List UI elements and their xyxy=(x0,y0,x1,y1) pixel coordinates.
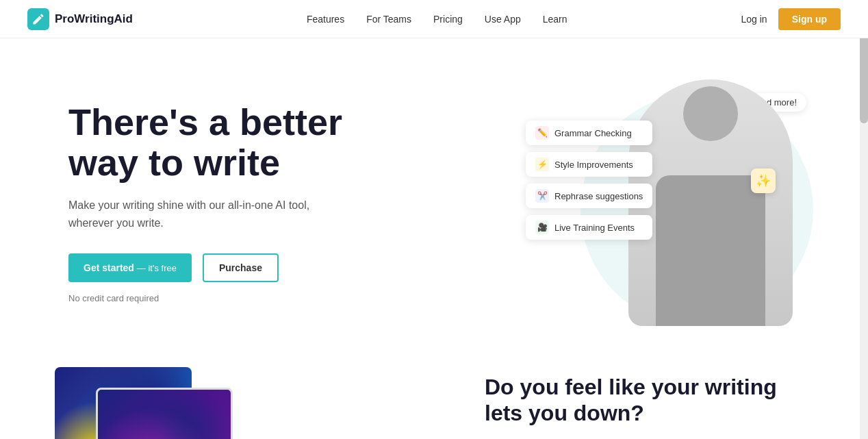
logo[interactable]: ProWritingAid xyxy=(27,8,133,30)
login-link[interactable]: Log in xyxy=(741,14,767,25)
hero-right: ...and more! ✨ ✏️ Grammar Checking ⚡ Sty… xyxy=(526,79,813,326)
pill-style: ⚡ Style Improvements xyxy=(526,152,652,177)
nav-learn[interactable]: Learn xyxy=(543,14,567,25)
nav-features[interactable]: Features xyxy=(307,14,344,25)
nav-for-teams[interactable]: For Teams xyxy=(366,14,411,25)
logo-icon xyxy=(27,8,49,30)
section2-illustration: My idea in my head xyxy=(55,367,315,439)
nav-actions: Log in Sign up xyxy=(741,8,841,30)
logo-svg xyxy=(31,12,45,26)
nav-use-app[interactable]: Use App xyxy=(485,14,521,25)
navbar: ProWritingAid Features For Teams Pricing… xyxy=(0,0,868,38)
painting-stack: My idea in my head xyxy=(55,367,288,439)
pill-grammar: ✏️ Grammar Checking xyxy=(526,121,652,145)
section2-content: Do you feel like your writing lets you d… xyxy=(485,367,813,439)
signup-button[interactable]: Sign up xyxy=(778,8,841,30)
painting-overlay xyxy=(96,388,233,439)
feature-pills: ✏️ Grammar Checking ⚡ Style Improvements… xyxy=(526,121,652,240)
grammar-icon: ✏️ xyxy=(535,126,549,140)
cta-free-text: — it's free xyxy=(137,263,177,273)
hero-buttons: Get started — it's free Purchase xyxy=(68,253,342,282)
no-credit-text: No credit card required xyxy=(68,293,342,303)
cta-primary-text: Get started xyxy=(84,262,134,273)
nav-pricing[interactable]: Pricing xyxy=(433,14,463,25)
hero-illustration: ...and more! ✨ ✏️ Grammar Checking ⚡ Sty… xyxy=(526,79,813,326)
rephrase-icon: ✂️ xyxy=(535,189,549,203)
hero-section: There's a better way to write Make your … xyxy=(0,38,868,353)
pill-training: 🎥 Live Training Events xyxy=(526,215,652,240)
scrollbar[interactable] xyxy=(860,0,868,439)
star-badge: ✨ xyxy=(751,168,776,193)
logo-text: ProWritingAid xyxy=(55,12,133,26)
pill-rephrase: ✂️ Rephrase suggestions xyxy=(526,184,652,208)
hero-left: There's a better way to write Make your … xyxy=(68,102,342,304)
hero-subtitle: Make your writing shine with our all-in-… xyxy=(68,197,329,231)
section2-title: Do you feel like your writing lets you d… xyxy=(485,374,813,427)
section2: My idea in my head Do you feel like your… xyxy=(0,353,868,439)
style-icon: ⚡ xyxy=(535,158,549,171)
training-icon: 🎥 xyxy=(535,221,549,234)
person-illustration xyxy=(628,79,793,326)
get-started-button[interactable]: Get started — it's free xyxy=(68,253,192,282)
hero-title: There's a better way to write xyxy=(68,102,342,184)
nav-links: Features For Teams Pricing Use App Learn xyxy=(307,14,567,25)
purchase-button[interactable]: Purchase xyxy=(203,253,279,282)
